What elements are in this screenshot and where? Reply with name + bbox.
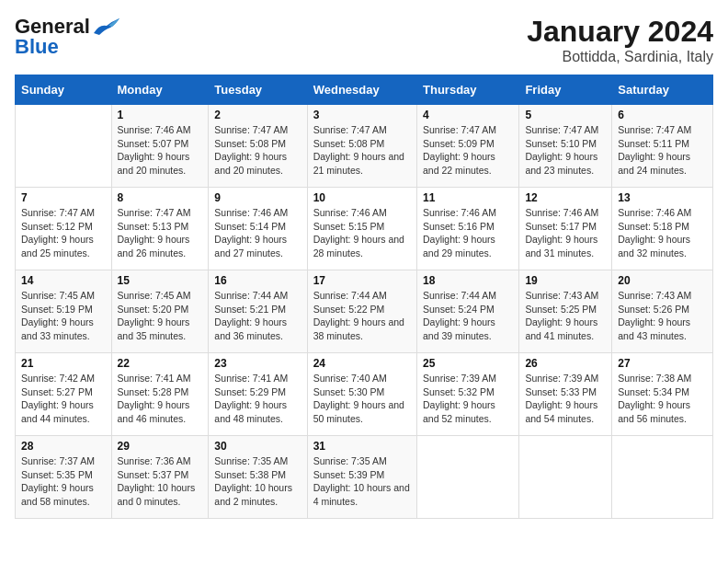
day-number: 31 bbox=[313, 440, 411, 453]
logo-bird-icon bbox=[92, 17, 121, 37]
day-info: Sunrise: 7:47 AMSunset: 5:10 PMDaylight:… bbox=[525, 123, 606, 178]
day-number: 28 bbox=[21, 440, 106, 453]
calendar-cell: 25Sunrise: 7:39 AMSunset: 5:32 PMDayligh… bbox=[417, 353, 519, 436]
day-info: Sunrise: 7:41 AMSunset: 5:29 PMDaylight:… bbox=[214, 372, 301, 426]
calendar-cell: 17Sunrise: 7:44 AMSunset: 5:22 PMDayligh… bbox=[307, 270, 416, 353]
calendar-week-row: 7Sunrise: 7:47 AMSunset: 5:12 PMDaylight… bbox=[16, 188, 713, 270]
calendar-cell bbox=[519, 436, 612, 519]
day-number: 17 bbox=[313, 274, 411, 287]
day-number: 8 bbox=[118, 191, 203, 204]
day-info: Sunrise: 7:35 AMSunset: 5:39 PMDaylight:… bbox=[313, 454, 411, 509]
day-info: Sunrise: 7:46 AMSunset: 5:07 PMDaylight:… bbox=[118, 123, 203, 178]
calendar-cell: 22Sunrise: 7:41 AMSunset: 5:28 PMDayligh… bbox=[111, 353, 209, 436]
day-number: 23 bbox=[214, 357, 301, 370]
day-info: Sunrise: 7:35 AMSunset: 5:38 PMDaylight:… bbox=[214, 454, 301, 509]
day-info: Sunrise: 7:47 AMSunset: 5:09 PMDaylight:… bbox=[423, 123, 513, 178]
day-number: 18 bbox=[423, 274, 513, 287]
day-number: 29 bbox=[118, 440, 203, 453]
calendar-cell: 5Sunrise: 7:47 AMSunset: 5:10 PMDaylight… bbox=[519, 105, 612, 188]
calendar-cell: 28Sunrise: 7:37 AMSunset: 5:35 PMDayligh… bbox=[16, 436, 112, 519]
day-info: Sunrise: 7:37 AMSunset: 5:35 PMDaylight:… bbox=[21, 454, 106, 509]
day-info: Sunrise: 7:39 AMSunset: 5:33 PMDaylight:… bbox=[525, 372, 606, 426]
header-day-saturday: Saturday bbox=[612, 75, 713, 105]
day-info: Sunrise: 7:45 AMSunset: 5:19 PMDaylight:… bbox=[21, 289, 106, 343]
day-number: 22 bbox=[118, 357, 203, 370]
day-number: 5 bbox=[525, 109, 606, 121]
calendar-cell: 9Sunrise: 7:46 AMSunset: 5:14 PMDaylight… bbox=[209, 188, 307, 270]
day-number: 4 bbox=[423, 109, 513, 121]
day-number: 3 bbox=[313, 109, 411, 121]
calendar-cell: 1Sunrise: 7:46 AMSunset: 5:07 PMDaylight… bbox=[111, 105, 209, 188]
day-info: Sunrise: 7:42 AMSunset: 5:27 PMDaylight:… bbox=[21, 372, 106, 426]
calendar-week-row: 1Sunrise: 7:46 AMSunset: 5:07 PMDaylight… bbox=[16, 105, 713, 188]
logo: General Blue bbox=[15, 15, 121, 59]
day-number: 24 bbox=[313, 357, 411, 370]
day-number: 21 bbox=[21, 357, 106, 370]
header-day-thursday: Thursday bbox=[417, 75, 519, 105]
day-info: Sunrise: 7:40 AMSunset: 5:30 PMDaylight:… bbox=[313, 372, 411, 426]
header-day-wednesday: Wednesday bbox=[307, 75, 416, 105]
calendar-cell: 24Sunrise: 7:40 AMSunset: 5:30 PMDayligh… bbox=[307, 353, 416, 436]
calendar-cell: 30Sunrise: 7:35 AMSunset: 5:38 PMDayligh… bbox=[209, 436, 307, 519]
day-number: 6 bbox=[618, 109, 707, 121]
day-number: 25 bbox=[423, 357, 513, 370]
calendar-cell: 13Sunrise: 7:46 AMSunset: 5:18 PMDayligh… bbox=[612, 188, 713, 270]
day-number: 9 bbox=[214, 191, 301, 204]
calendar-week-row: 21Sunrise: 7:42 AMSunset: 5:27 PMDayligh… bbox=[16, 353, 713, 436]
day-number: 26 bbox=[525, 357, 606, 370]
location-title: Bottidda, Sardinia, Italy bbox=[527, 49, 713, 65]
day-info: Sunrise: 7:44 AMSunset: 5:24 PMDaylight:… bbox=[423, 289, 513, 343]
day-info: Sunrise: 7:46 AMSunset: 5:17 PMDaylight:… bbox=[525, 206, 606, 260]
calendar-cell: 10Sunrise: 7:46 AMSunset: 5:15 PMDayligh… bbox=[307, 188, 416, 270]
day-info: Sunrise: 7:38 AMSunset: 5:34 PMDaylight:… bbox=[618, 372, 707, 426]
calendar-cell: 29Sunrise: 7:36 AMSunset: 5:37 PMDayligh… bbox=[111, 436, 209, 519]
header-day-sunday: Sunday bbox=[16, 75, 112, 105]
day-number: 16 bbox=[214, 274, 301, 287]
calendar-cell: 26Sunrise: 7:39 AMSunset: 5:33 PMDayligh… bbox=[519, 353, 612, 436]
day-number: 2 bbox=[214, 109, 301, 121]
day-info: Sunrise: 7:36 AMSunset: 5:37 PMDaylight:… bbox=[118, 454, 203, 509]
day-number: 11 bbox=[423, 191, 513, 204]
calendar-week-row: 28Sunrise: 7:37 AMSunset: 5:35 PMDayligh… bbox=[16, 436, 713, 519]
calendar-cell: 7Sunrise: 7:47 AMSunset: 5:12 PMDaylight… bbox=[16, 188, 112, 270]
day-info: Sunrise: 7:41 AMSunset: 5:28 PMDaylight:… bbox=[118, 372, 203, 426]
day-info: Sunrise: 7:47 AMSunset: 5:13 PMDaylight:… bbox=[118, 206, 203, 260]
calendar-cell bbox=[417, 436, 519, 519]
day-number: 20 bbox=[618, 274, 707, 287]
day-info: Sunrise: 7:46 AMSunset: 5:16 PMDaylight:… bbox=[423, 206, 513, 260]
calendar-cell: 31Sunrise: 7:35 AMSunset: 5:39 PMDayligh… bbox=[307, 436, 416, 519]
day-number: 30 bbox=[214, 440, 301, 453]
day-info: Sunrise: 7:47 AMSunset: 5:11 PMDaylight:… bbox=[618, 123, 707, 178]
calendar-header-row: SundayMondayTuesdayWednesdayThursdayFrid… bbox=[16, 75, 713, 105]
day-info: Sunrise: 7:39 AMSunset: 5:32 PMDaylight:… bbox=[423, 372, 513, 426]
day-info: Sunrise: 7:43 AMSunset: 5:25 PMDaylight:… bbox=[525, 289, 606, 343]
calendar-cell: 23Sunrise: 7:41 AMSunset: 5:29 PMDayligh… bbox=[209, 353, 307, 436]
calendar-cell: 27Sunrise: 7:38 AMSunset: 5:34 PMDayligh… bbox=[612, 353, 713, 436]
calendar-table: SundayMondayTuesdayWednesdayThursdayFrid… bbox=[15, 75, 713, 519]
calendar-cell: 11Sunrise: 7:46 AMSunset: 5:16 PMDayligh… bbox=[417, 188, 519, 270]
calendar-cell: 12Sunrise: 7:46 AMSunset: 5:17 PMDayligh… bbox=[519, 188, 612, 270]
calendar-cell: 16Sunrise: 7:44 AMSunset: 5:21 PMDayligh… bbox=[209, 270, 307, 353]
day-info: Sunrise: 7:43 AMSunset: 5:26 PMDaylight:… bbox=[618, 289, 707, 343]
day-info: Sunrise: 7:46 AMSunset: 5:15 PMDaylight:… bbox=[313, 206, 411, 260]
day-info: Sunrise: 7:47 AMSunset: 5:12 PMDaylight:… bbox=[21, 206, 106, 260]
day-number: 7 bbox=[21, 191, 106, 204]
calendar-cell: 18Sunrise: 7:44 AMSunset: 5:24 PMDayligh… bbox=[417, 270, 519, 353]
calendar-cell: 3Sunrise: 7:47 AMSunset: 5:08 PMDaylight… bbox=[307, 105, 416, 188]
calendar-cell bbox=[612, 436, 713, 519]
day-info: Sunrise: 7:44 AMSunset: 5:21 PMDaylight:… bbox=[214, 289, 301, 343]
day-number: 13 bbox=[618, 191, 707, 204]
day-info: Sunrise: 7:46 AMSunset: 5:18 PMDaylight:… bbox=[618, 206, 707, 260]
day-info: Sunrise: 7:44 AMSunset: 5:22 PMDaylight:… bbox=[313, 289, 411, 343]
calendar-cell: 2Sunrise: 7:47 AMSunset: 5:08 PMDaylight… bbox=[209, 105, 307, 188]
calendar-cell: 19Sunrise: 7:43 AMSunset: 5:25 PMDayligh… bbox=[519, 270, 612, 353]
calendar-cell: 6Sunrise: 7:47 AMSunset: 5:11 PMDaylight… bbox=[612, 105, 713, 188]
page-header: General Blue January 2024 Bottidda, Sard… bbox=[15, 15, 713, 65]
calendar-cell: 4Sunrise: 7:47 AMSunset: 5:09 PMDaylight… bbox=[417, 105, 519, 188]
day-number: 1 bbox=[118, 109, 203, 121]
calendar-cell: 14Sunrise: 7:45 AMSunset: 5:19 PMDayligh… bbox=[16, 270, 112, 353]
calendar-cell bbox=[16, 105, 112, 188]
day-number: 27 bbox=[618, 357, 707, 370]
day-info: Sunrise: 7:45 AMSunset: 5:20 PMDaylight:… bbox=[118, 289, 203, 343]
logo-blue-text: Blue bbox=[15, 35, 59, 59]
